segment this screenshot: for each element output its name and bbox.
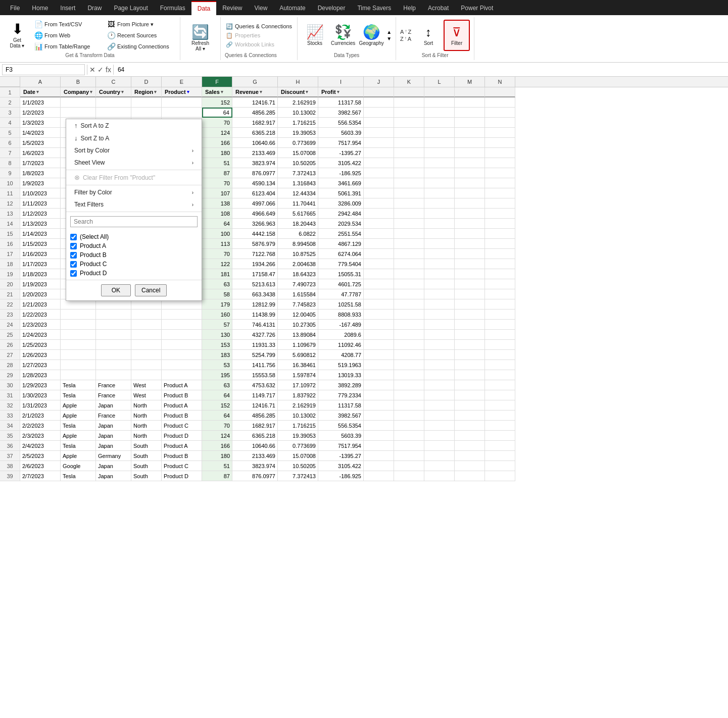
cell-5-g[interactable]: 6365.218 (232, 128, 278, 138)
tab-insert[interactable]: Insert (54, 1, 81, 15)
cell-20-m[interactable] (455, 279, 485, 289)
cell-32-l[interactable] (424, 400, 455, 411)
cell-23-d[interactable] (131, 310, 162, 320)
cell-38-d[interactable]: South (131, 461, 162, 471)
cell-31-j[interactable] (364, 390, 394, 400)
cell-27-m[interactable] (455, 350, 485, 360)
cell-8-j[interactable] (364, 158, 394, 168)
cell-35-h[interactable]: 19.39053 (278, 431, 318, 441)
cell-37-c[interactable]: Germany (96, 451, 131, 461)
cell-4-i[interactable]: 556.5354 (318, 118, 364, 128)
cell-32-n[interactable] (485, 400, 515, 411)
cell-39-h[interactable]: 7.372413 (278, 471, 318, 481)
from-web-button[interactable]: 🌐 From Web (32, 30, 103, 40)
cell-29-m[interactable] (455, 370, 485, 380)
cell-28-n[interactable] (485, 360, 515, 370)
cell-23-m[interactable] (455, 310, 485, 320)
cell-8-l[interactable] (424, 158, 455, 168)
cell-32-f[interactable]: 152 (202, 400, 232, 411)
cell-15-k[interactable] (394, 229, 424, 239)
cell-11-h[interactable]: 12.44334 (278, 188, 318, 198)
cell-1-h[interactable]: Discount ▾ (278, 87, 318, 97)
cell-28-l[interactable] (424, 360, 455, 370)
cell-16-n[interactable] (485, 239, 515, 249)
cell-20-i[interactable]: 4601.725 (318, 279, 364, 289)
filter-arrow-sales[interactable]: ▾ (220, 89, 224, 94)
cell-36-j[interactable] (364, 441, 394, 451)
cell-12-l[interactable] (424, 198, 455, 209)
cell-8-i[interactable]: 3105.422 (318, 158, 364, 168)
cell-24-f[interactable]: 57 (202, 320, 232, 330)
cell-9-a[interactable]: 1/8/2023 (20, 168, 61, 178)
cell-7-f[interactable]: 180 (202, 148, 232, 158)
filter-arrow-profit[interactable]: ▾ (336, 89, 341, 94)
cell-34-b[interactable]: Tesla (61, 421, 96, 431)
cell-5-h[interactable]: 19.39053 (278, 128, 318, 138)
cell-5-f[interactable]: 124 (202, 128, 232, 138)
cell-17-j[interactable] (364, 249, 394, 259)
cell-21-f[interactable]: 58 (202, 289, 232, 299)
cell-17-g[interactable]: 7122.768 (232, 249, 278, 259)
cell-37-i[interactable]: -1395.27 (318, 451, 364, 461)
properties-button[interactable]: 📋 Properties (225, 32, 293, 39)
checkbox-product-a[interactable] (70, 243, 77, 249)
cell-36-n[interactable] (485, 441, 515, 451)
cell-4-n[interactable] (485, 118, 515, 128)
tab-home[interactable]: Home (26, 1, 54, 15)
cell-28-a[interactable]: 1/27/2023 (20, 360, 61, 370)
cell-33-a[interactable]: 2/1/2023 (20, 411, 61, 421)
cell-27-i[interactable]: 4208.77 (318, 350, 364, 360)
cell-28-m[interactable] (455, 360, 485, 370)
cell-18-k[interactable] (394, 259, 424, 269)
cell-30-m[interactable] (455, 380, 485, 390)
cell-30-k[interactable] (394, 380, 424, 390)
cell-28-d[interactable] (131, 360, 162, 370)
cell-2-h[interactable]: 2.162919 (278, 97, 318, 108)
cell-37-h[interactable]: 15.07008 (278, 451, 318, 461)
cell-25-l[interactable] (424, 330, 455, 340)
cell-10-j[interactable] (364, 178, 394, 188)
cell-24-h[interactable]: 10.27305 (278, 320, 318, 330)
tab-time-savers[interactable]: Time Savers (351, 1, 397, 15)
cell-5-n[interactable] (485, 128, 515, 138)
cell-14-g[interactable]: 3266.963 (232, 219, 278, 229)
cell-39-j[interactable] (364, 471, 394, 481)
cell-3-g[interactable]: 4856.285 (232, 108, 278, 118)
cell-3-e[interactable] (162, 108, 202, 118)
cell-27-c[interactable] (96, 350, 131, 360)
cell-25-i[interactable]: 2089.6 (318, 330, 364, 340)
cell-39-m[interactable] (455, 471, 485, 481)
cell-34-a[interactable]: 2/2/2023 (20, 421, 61, 431)
recent-sources-button[interactable]: 🕐 Recent Sources (105, 30, 176, 40)
cell-3-l[interactable] (424, 108, 455, 118)
cell-35-i[interactable]: 5603.39 (318, 431, 364, 441)
cell-8-a[interactable]: 1/7/2023 (20, 158, 61, 168)
cell-1-c[interactable]: Country ▾ (96, 87, 131, 97)
cell-18-j[interactable] (364, 259, 394, 269)
cell-34-e[interactable]: Product C (162, 421, 202, 431)
cell-18-l[interactable] (424, 259, 455, 269)
cell-30-i[interactable]: 3892.289 (318, 380, 364, 390)
cell-13-g[interactable]: 4966.649 (232, 209, 278, 219)
cell-1-i[interactable]: Profit ▾ (318, 87, 364, 97)
cell-13-l[interactable] (424, 209, 455, 219)
cell-39-k[interactable] (394, 471, 424, 481)
cell-35-a[interactable]: 2/3/2023 (20, 431, 61, 441)
cell-17-h[interactable]: 10.87525 (278, 249, 318, 259)
cell-20-j[interactable] (364, 279, 394, 289)
from-picture-button[interactable]: 🖼 From Picture ▾ (105, 19, 176, 29)
cell-26-j[interactable] (364, 340, 394, 350)
cell-25-g[interactable]: 4327.726 (232, 330, 278, 340)
cell-35-c[interactable]: Japan (96, 431, 131, 441)
filter-arrow-country[interactable]: ▾ (120, 89, 125, 94)
cell-19-i[interactable]: 15055.31 (318, 269, 364, 279)
cell-34-f[interactable]: 70 (202, 421, 232, 431)
cell-36-d[interactable]: South (131, 441, 162, 451)
checkbox-product-d[interactable] (70, 270, 77, 277)
cell-36-b[interactable]: Tesla (61, 441, 96, 451)
cell-23-i[interactable]: 8808.933 (318, 310, 364, 320)
cell-6-h[interactable]: 0.773699 (278, 138, 318, 148)
cell-32-m[interactable] (455, 400, 485, 411)
cell-24-g[interactable]: 746.4131 (232, 320, 278, 330)
cell-20-f[interactable]: 63 (202, 279, 232, 289)
